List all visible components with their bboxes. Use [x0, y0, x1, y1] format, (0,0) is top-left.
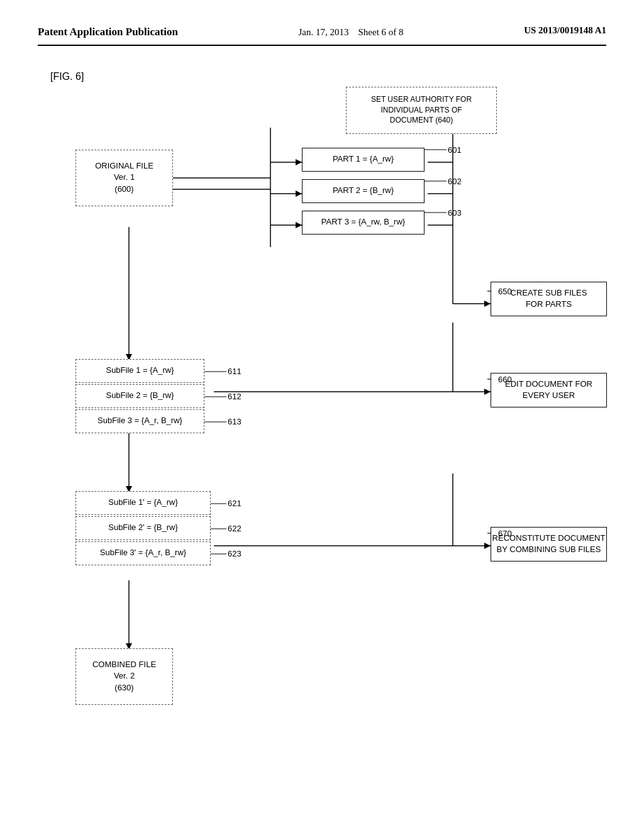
- ref-611: 611: [228, 367, 242, 376]
- ref-622: 622: [228, 524, 242, 533]
- original-file-box: ORIGINAL FILE Ver. 1 (600): [75, 150, 173, 206]
- ref-603: 603: [448, 208, 462, 218]
- ref-670: 670: [498, 529, 512, 538]
- part1-label: PART 1 = {A_rw}: [333, 153, 394, 165]
- subfile1-box: SubFile 1 = {A_rw}: [75, 359, 204, 383]
- original-file-label: ORIGINAL FILE Ver. 1 (600): [95, 160, 153, 195]
- ref-612: 612: [228, 392, 242, 401]
- subfile3p-label: SubFile 3' = {A_r, B_rw}: [100, 547, 186, 558]
- ref-602: 602: [448, 177, 462, 186]
- subfile3p-box: SubFile 3' = {A_r, B_rw}: [75, 541, 211, 565]
- edit-doc-label: EDIT DOCUMENT FOR EVERY USER: [505, 379, 592, 401]
- fig-label: [FIG. 6]: [50, 71, 84, 82]
- ref-650: 650: [498, 287, 512, 296]
- subfile2-box: SubFile 2 = {B_rw}: [75, 384, 204, 408]
- subfile3-label: SubFile 3 = {A_r, B_rw}: [97, 415, 182, 426]
- sheet-info: Sheet 6 of 8: [358, 27, 403, 37]
- subfile3-box: SubFile 3 = {A_r, B_rw}: [75, 409, 204, 433]
- subfile1-label: SubFile 1 = {A_rw}: [106, 365, 174, 376]
- publication-title: Patent Application Publication: [38, 26, 178, 38]
- part3-label: PART 3 = {A_rw, B_rw}: [321, 216, 405, 228]
- ref-601: 601: [448, 145, 462, 155]
- pub-date: Jan. 17, 2013: [298, 27, 348, 37]
- create-sub-label: CREATE SUB FILES FOR PARTS: [511, 287, 587, 310]
- part3-box: PART 3 = {A_rw, B_rw}: [302, 211, 425, 235]
- combined-file-label: COMBINED FILE Ver. 2 (630): [92, 659, 156, 694]
- part2-label: PART 2 = {B_rw}: [333, 185, 394, 196]
- header-right: US 2013/0019148 A1: [524, 25, 606, 36]
- subfile2p-label: SubFile 2' = {B_rw}: [108, 522, 178, 533]
- subfile1p-label: SubFile 1' = {A_rw}: [108, 497, 178, 508]
- header-center: Jan. 17, 2013 Sheet 6 of 8: [298, 25, 403, 40]
- page: Patent Application Publication Jan. 17, …: [0, 0, 644, 830]
- svg-marker-7: [296, 191, 302, 197]
- ref-621: 621: [228, 499, 242, 508]
- subfile2p-box: SubFile 2' = {B_rw}: [75, 516, 211, 540]
- svg-marker-17: [484, 301, 491, 307]
- part1-box: PART 1 = {A_rw}: [302, 148, 425, 172]
- set-user-authority-box: SET USER AUTHORITY FOR INDIVIDUAL PARTS …: [346, 87, 497, 134]
- set-user-authority-label: SET USER AUTHORITY FOR INDIVIDUAL PARTS …: [371, 94, 472, 126]
- pub-number: US 2013/0019148 A1: [524, 25, 606, 35]
- header-left: Patent Application Publication: [38, 25, 178, 39]
- svg-marker-9: [296, 222, 302, 228]
- svg-marker-23: [484, 389, 491, 395]
- ref-623: 623: [228, 549, 242, 558]
- svg-marker-5: [296, 159, 302, 165]
- diagram-area: [FIG. 6]: [38, 52, 606, 775]
- page-header: Patent Application Publication Jan. 17, …: [38, 25, 606, 46]
- combined-file-box: COMBINED FILE Ver. 2 (630): [75, 648, 173, 705]
- ref-613: 613: [228, 417, 242, 426]
- subfile1p-box: SubFile 1' = {A_rw}: [75, 491, 211, 515]
- ref-660: 660: [498, 375, 512, 384]
- part2-box: PART 2 = {B_rw}: [302, 179, 425, 203]
- svg-marker-29: [484, 543, 491, 549]
- subfile2-label: SubFile 2 = {B_rw}: [106, 390, 174, 401]
